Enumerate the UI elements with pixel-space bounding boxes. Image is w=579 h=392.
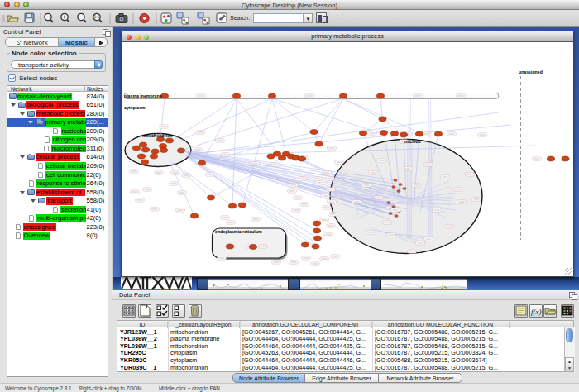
svg-text:f(x): f(x)	[531, 308, 542, 316]
svg-text:nucleus: nucleus	[404, 139, 421, 144]
svg-text:1:1: 1:1	[94, 15, 100, 19]
svg-text:mitochondrion: mitochondrion	[142, 133, 172, 138]
svg-text:plasma membrane: plasma membrane	[124, 93, 162, 98]
svg-text:cytoplasm: cytoplasm	[124, 105, 146, 110]
svg-text:endoplasmic reticulum: endoplasmic reticulum	[215, 229, 262, 234]
svg-text:unassigned: unassigned	[519, 69, 543, 74]
